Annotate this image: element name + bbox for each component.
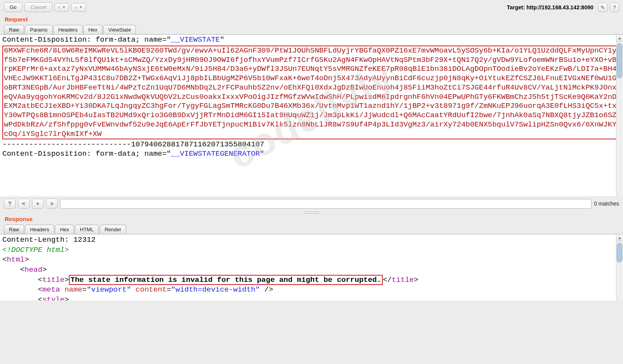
scroll-up-icon[interactable]: ▲ (616, 234, 623, 241)
response-scrollbar[interactable]: ▲ (616, 234, 623, 301)
request-section-title: Request (0, 14, 623, 25)
target-label: Target: http://192.168.43.142:8090 (507, 4, 593, 11)
tab-raw[interactable]: Raw (4, 25, 24, 34)
search-prev-button[interactable]: < (18, 199, 30, 209)
tab-headers[interactable]: Headers (53, 25, 83, 34)
tab-hex[interactable]: Hex (83, 25, 102, 34)
resp-tab-headers[interactable]: Headers (25, 225, 54, 234)
match-count: 0 matches (594, 200, 619, 207)
tab-viewstate[interactable]: ViewState (103, 25, 136, 34)
request-editor[interactable]: codelivly Content-Disposition: form-data… (0, 35, 623, 196)
resp-tab-raw[interactable]: Raw (4, 225, 24, 234)
pane-resize-handle[interactable] (0, 211, 623, 214)
resp-tab-render[interactable]: Render (100, 225, 127, 234)
scroll-thumb[interactable] (617, 243, 622, 262)
response-section-title: Response (0, 214, 623, 225)
search-input[interactable] (60, 199, 591, 209)
search-help-button[interactable]: ? (4, 199, 16, 209)
search-next-button[interactable]: > (46, 199, 58, 209)
cancel-button[interactable]: Cancel (25, 2, 52, 12)
request-scrollbar[interactable]: ▲ (616, 35, 623, 196)
scroll-up-icon[interactable]: ▲ (616, 35, 623, 42)
history-back-button[interactable]: <▼ (55, 3, 69, 12)
tab-params[interactable]: Params (25, 25, 53, 34)
response-editor[interactable]: Content-Length: 12312<!DOCTYPE html><htm… (0, 234, 623, 301)
history-forward-button[interactable]: >▼ (71, 3, 86, 12)
response-tabbar: Raw Headers Hex HTML Render (0, 225, 623, 234)
resp-tab-html[interactable]: HTML (75, 225, 99, 234)
search-add-button[interactable]: + (32, 199, 44, 209)
help-icon[interactable]: ? (610, 3, 619, 12)
scroll-thumb[interactable] (617, 43, 622, 78)
go-button[interactable]: Go (4, 2, 22, 12)
top-toolbar: Go Cancel <▼ >▼ Target: http://192.168.4… (0, 0, 623, 14)
search-bar: ? < + > 0 matches (0, 196, 623, 211)
edit-target-icon[interactable]: ✎ (598, 3, 607, 12)
resp-tab-hex[interactable]: Hex (55, 225, 74, 234)
request-tabbar: Raw Params Headers Hex ViewState (0, 25, 623, 35)
